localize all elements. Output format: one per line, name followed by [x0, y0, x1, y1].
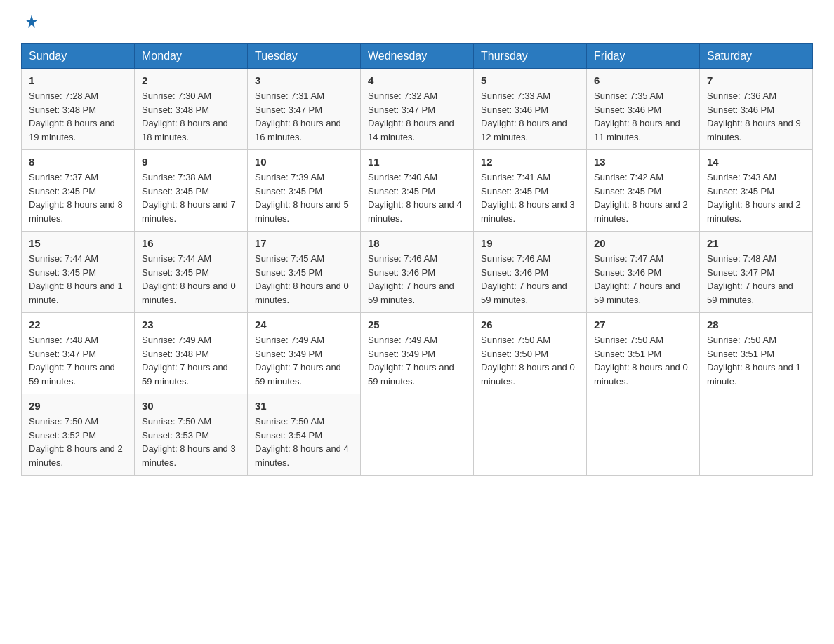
- day-number: 21: [707, 237, 805, 249]
- calendar-cell: 26 Sunrise: 7:50 AMSunset: 3:50 PMDaylig…: [474, 313, 587, 394]
- calendar-cell: 2 Sunrise: 7:30 AMSunset: 3:48 PMDayligh…: [135, 69, 248, 150]
- day-number: 20: [594, 237, 692, 249]
- day-info: Sunrise: 7:48 AMSunset: 3:47 PMDaylight:…: [29, 333, 127, 388]
- calendar-cell: 15 Sunrise: 7:44 AMSunset: 3:45 PMDaylig…: [22, 232, 135, 313]
- calendar-cell: 20 Sunrise: 7:47 AMSunset: 3:46 PMDaylig…: [587, 232, 700, 313]
- calendar-cell: 30 Sunrise: 7:50 AMSunset: 3:53 PMDaylig…: [135, 394, 248, 476]
- weekday-header-saturday: Saturday: [700, 44, 813, 69]
- day-number: 13: [594, 156, 692, 168]
- day-number: 3: [255, 74, 353, 86]
- calendar-cell: 27 Sunrise: 7:50 AMSunset: 3:51 PMDaylig…: [587, 313, 700, 394]
- day-number: 22: [29, 318, 127, 330]
- day-number: 2: [142, 74, 240, 86]
- day-number: 5: [481, 74, 579, 86]
- day-number: 15: [29, 237, 127, 249]
- calendar-cell: 3 Sunrise: 7:31 AMSunset: 3:47 PMDayligh…: [248, 69, 361, 150]
- calendar-cell: 21 Sunrise: 7:48 AMSunset: 3:47 PMDaylig…: [700, 232, 813, 313]
- calendar-cell: 19 Sunrise: 7:46 AMSunset: 3:46 PMDaylig…: [474, 232, 587, 313]
- day-info: Sunrise: 7:49 AMSunset: 3:48 PMDaylight:…: [142, 333, 240, 388]
- day-info: Sunrise: 7:46 AMSunset: 3:46 PMDaylight:…: [368, 252, 466, 307]
- calendar-cell: 8 Sunrise: 7:37 AMSunset: 3:45 PMDayligh…: [22, 150, 135, 232]
- calendar-cell: 10 Sunrise: 7:39 AMSunset: 3:45 PMDaylig…: [248, 150, 361, 232]
- svg-marker-0: [25, 15, 38, 28]
- calendar-cell: [474, 394, 587, 476]
- day-info: Sunrise: 7:50 AMSunset: 3:50 PMDaylight:…: [481, 333, 579, 388]
- calendar-cell: 16 Sunrise: 7:44 AMSunset: 3:45 PMDaylig…: [135, 232, 248, 313]
- calendar-cell: [700, 394, 813, 476]
- calendar-cell: [361, 394, 474, 476]
- page-header: [21, 14, 813, 29]
- day-number: 9: [142, 156, 240, 168]
- day-number: 8: [29, 156, 127, 168]
- calendar-week-row: 15 Sunrise: 7:44 AMSunset: 3:45 PMDaylig…: [22, 232, 813, 313]
- logo: [21, 14, 39, 29]
- day-number: 24: [255, 318, 353, 330]
- day-info: Sunrise: 7:47 AMSunset: 3:46 PMDaylight:…: [594, 252, 692, 307]
- calendar-cell: 14 Sunrise: 7:43 AMSunset: 3:45 PMDaylig…: [700, 150, 813, 232]
- weekday-header-row: SundayMondayTuesdayWednesdayThursdayFrid…: [22, 44, 813, 69]
- day-info: Sunrise: 7:41 AMSunset: 3:45 PMDaylight:…: [481, 170, 579, 225]
- day-info: Sunrise: 7:28 AMSunset: 3:48 PMDaylight:…: [29, 89, 127, 144]
- day-number: 14: [707, 156, 805, 168]
- day-info: Sunrise: 7:43 AMSunset: 3:45 PMDaylight:…: [707, 170, 805, 225]
- calendar-cell: 12 Sunrise: 7:41 AMSunset: 3:45 PMDaylig…: [474, 150, 587, 232]
- weekday-header-tuesday: Tuesday: [248, 44, 361, 69]
- calendar-cell: 9 Sunrise: 7:38 AMSunset: 3:45 PMDayligh…: [135, 150, 248, 232]
- day-info: Sunrise: 7:50 AMSunset: 3:51 PMDaylight:…: [707, 333, 805, 388]
- day-info: Sunrise: 7:37 AMSunset: 3:45 PMDaylight:…: [29, 170, 127, 225]
- calendar-cell: 7 Sunrise: 7:36 AMSunset: 3:46 PMDayligh…: [700, 69, 813, 150]
- calendar-cell: 1 Sunrise: 7:28 AMSunset: 3:48 PMDayligh…: [22, 69, 135, 150]
- day-number: 16: [142, 237, 240, 249]
- calendar-cell: 28 Sunrise: 7:50 AMSunset: 3:51 PMDaylig…: [700, 313, 813, 394]
- day-number: 31: [255, 400, 353, 412]
- day-info: Sunrise: 7:45 AMSunset: 3:45 PMDaylight:…: [255, 252, 353, 307]
- calendar-cell: [587, 394, 700, 476]
- calendar-cell: 31 Sunrise: 7:50 AMSunset: 3:54 PMDaylig…: [248, 394, 361, 476]
- day-info: Sunrise: 7:48 AMSunset: 3:47 PMDaylight:…: [707, 252, 805, 307]
- calendar-cell: 24 Sunrise: 7:49 AMSunset: 3:49 PMDaylig…: [248, 313, 361, 394]
- day-number: 23: [142, 318, 240, 330]
- calendar-cell: 13 Sunrise: 7:42 AMSunset: 3:45 PMDaylig…: [587, 150, 700, 232]
- weekday-header-sunday: Sunday: [22, 44, 135, 69]
- day-info: Sunrise: 7:42 AMSunset: 3:45 PMDaylight:…: [594, 170, 692, 225]
- calendar-table: SundayMondayTuesdayWednesdayThursdayFrid…: [21, 43, 813, 476]
- day-number: 25: [368, 318, 466, 330]
- day-info: Sunrise: 7:50 AMSunset: 3:51 PMDaylight:…: [594, 333, 692, 388]
- day-info: Sunrise: 7:32 AMSunset: 3:47 PMDaylight:…: [368, 89, 466, 144]
- day-info: Sunrise: 7:50 AMSunset: 3:53 PMDaylight:…: [142, 415, 240, 469]
- calendar-week-row: 1 Sunrise: 7:28 AMSunset: 3:48 PMDayligh…: [22, 69, 813, 150]
- day-number: 27: [594, 318, 692, 330]
- calendar-cell: 23 Sunrise: 7:49 AMSunset: 3:48 PMDaylig…: [135, 313, 248, 394]
- calendar-cell: 18 Sunrise: 7:46 AMSunset: 3:46 PMDaylig…: [361, 232, 474, 313]
- calendar-week-row: 29 Sunrise: 7:50 AMSunset: 3:52 PMDaylig…: [22, 394, 813, 476]
- day-number: 11: [368, 156, 466, 168]
- day-number: 26: [481, 318, 579, 330]
- day-number: 1: [29, 74, 127, 86]
- day-number: 6: [594, 74, 692, 86]
- day-info: Sunrise: 7:35 AMSunset: 3:46 PMDaylight:…: [594, 89, 692, 144]
- day-number: 28: [707, 318, 805, 330]
- day-info: Sunrise: 7:49 AMSunset: 3:49 PMDaylight:…: [368, 333, 466, 388]
- calendar-cell: 17 Sunrise: 7:45 AMSunset: 3:45 PMDaylig…: [248, 232, 361, 313]
- calendar-cell: 11 Sunrise: 7:40 AMSunset: 3:45 PMDaylig…: [361, 150, 474, 232]
- calendar-week-row: 8 Sunrise: 7:37 AMSunset: 3:45 PMDayligh…: [22, 150, 813, 232]
- day-info: Sunrise: 7:50 AMSunset: 3:54 PMDaylight:…: [255, 415, 353, 469]
- day-info: Sunrise: 7:31 AMSunset: 3:47 PMDaylight:…: [255, 89, 353, 144]
- calendar-cell: 29 Sunrise: 7:50 AMSunset: 3:52 PMDaylig…: [22, 394, 135, 476]
- weekday-header-thursday: Thursday: [474, 44, 587, 69]
- day-info: Sunrise: 7:46 AMSunset: 3:46 PMDaylight:…: [481, 252, 579, 307]
- day-info: Sunrise: 7:49 AMSunset: 3:49 PMDaylight:…: [255, 333, 353, 388]
- weekday-header-friday: Friday: [587, 44, 700, 69]
- day-info: Sunrise: 7:36 AMSunset: 3:46 PMDaylight:…: [707, 89, 805, 144]
- weekday-header-monday: Monday: [135, 44, 248, 69]
- day-number: 4: [368, 74, 466, 86]
- day-info: Sunrise: 7:44 AMSunset: 3:45 PMDaylight:…: [142, 252, 240, 307]
- calendar-cell: 25 Sunrise: 7:49 AMSunset: 3:49 PMDaylig…: [361, 313, 474, 394]
- day-number: 17: [255, 237, 353, 249]
- calendar-cell: 4 Sunrise: 7:32 AMSunset: 3:47 PMDayligh…: [361, 69, 474, 150]
- calendar-week-row: 22 Sunrise: 7:48 AMSunset: 3:47 PMDaylig…: [22, 313, 813, 394]
- day-info: Sunrise: 7:39 AMSunset: 3:45 PMDaylight:…: [255, 170, 353, 225]
- day-info: Sunrise: 7:30 AMSunset: 3:48 PMDaylight:…: [142, 89, 240, 144]
- logo-flag-icon: [24, 14, 39, 32]
- day-info: Sunrise: 7:44 AMSunset: 3:45 PMDaylight:…: [29, 252, 127, 307]
